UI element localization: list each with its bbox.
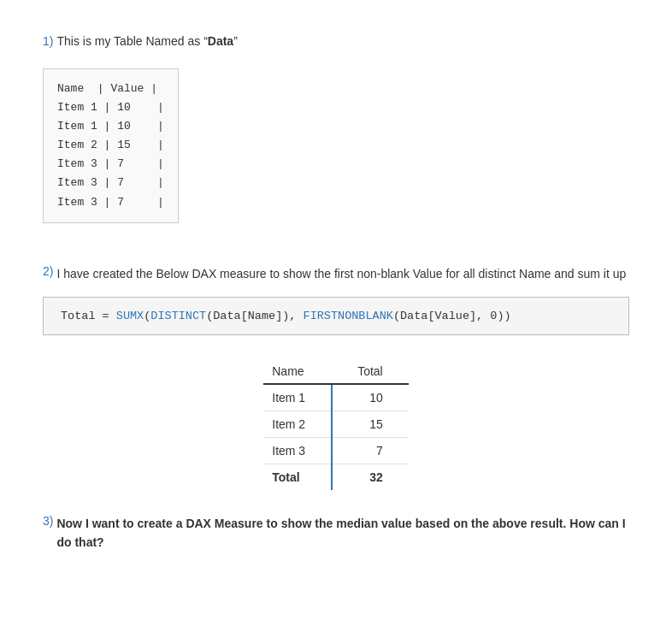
code-row-2: Item 1 | 10 |	[57, 117, 164, 136]
results-table-header-row: Name Total	[263, 359, 408, 384]
formula-firstnonblank: FIRSTNONBLANK	[304, 310, 393, 322]
total-value: 32	[332, 464, 409, 491]
section-3-text: Now I want to create a DAX Measure to sh…	[56, 514, 629, 552]
section-1-text-after: ”	[233, 34, 238, 48]
total-label: Total	[263, 464, 332, 491]
dax-formula: Total = SUMX(DISTINCT(Data[Name]), FIRST…	[43, 297, 629, 335]
section-3-number: 3)	[43, 514, 53, 528]
formula-arg2: (Data[Value], 0))	[393, 310, 511, 322]
row-3-name: Item 3	[263, 438, 332, 464]
section-3-heading: 3) Now I want to create a DAX Measure to…	[43, 514, 629, 552]
row-2-name: Item 2	[263, 411, 332, 438]
row-1-value: 10	[332, 384, 409, 411]
section-3: 3) Now I want to create a DAX Measure to…	[43, 514, 629, 552]
code-row-3: Item 2 | 15 |	[57, 136, 164, 155]
formula-distinct: DISTINCT	[150, 310, 206, 322]
code-row-1: Item 1 | 10 |	[57, 98, 164, 117]
section-1: 1) This is my Table Named as “Data” Name…	[43, 34, 629, 244]
section-1-text: This is my Table Named as “Data”	[56, 34, 237, 48]
section-1-text-before: This is my Table Named as “	[56, 34, 207, 48]
formula-arg1: (Data[Name]),	[206, 310, 303, 322]
row-2-value: 15	[332, 411, 409, 438]
section-2-number: 2)	[43, 264, 53, 278]
formula-total-label: Total =	[61, 310, 116, 322]
section-2-description: I have created the Below DAX measure to …	[56, 264, 626, 283]
col-header-total: Total	[332, 359, 409, 384]
results-table-wrapper: Name Total Item 1 10 Item 2 15 Item 3 7	[43, 359, 629, 490]
section-2-heading: 2) I have created the Below DAX measure …	[43, 264, 629, 283]
formula-sumx: SUMX	[116, 310, 144, 322]
code-row-6: Item 3 | 7 |	[57, 193, 164, 212]
section-1-number: 1)	[43, 34, 53, 48]
code-row-5: Item 3 | 7 |	[57, 174, 164, 192]
col-header-name: Name	[263, 359, 332, 384]
data-table-code: Name | Value | Item 1 | 10 | Item 1 | 10…	[43, 68, 179, 223]
row-3-value: 7	[332, 438, 409, 464]
total-row: Total 32	[263, 464, 408, 491]
code-row-header: Name | Value |	[57, 80, 164, 98]
table-row: Item 1 10	[263, 384, 408, 411]
table-name: Data	[208, 34, 233, 48]
table-row: Item 3 7	[263, 438, 408, 464]
code-row-4: Item 3 | 7 |	[57, 155, 164, 174]
section-1-heading: 1) This is my Table Named as “Data”	[43, 34, 629, 48]
results-table: Name Total Item 1 10 Item 2 15 Item 3 7	[263, 359, 408, 490]
section-2: 2) I have created the Below DAX measure …	[43, 264, 629, 490]
table-row: Item 2 15	[263, 411, 408, 438]
row-1-name: Item 1	[263, 384, 332, 411]
